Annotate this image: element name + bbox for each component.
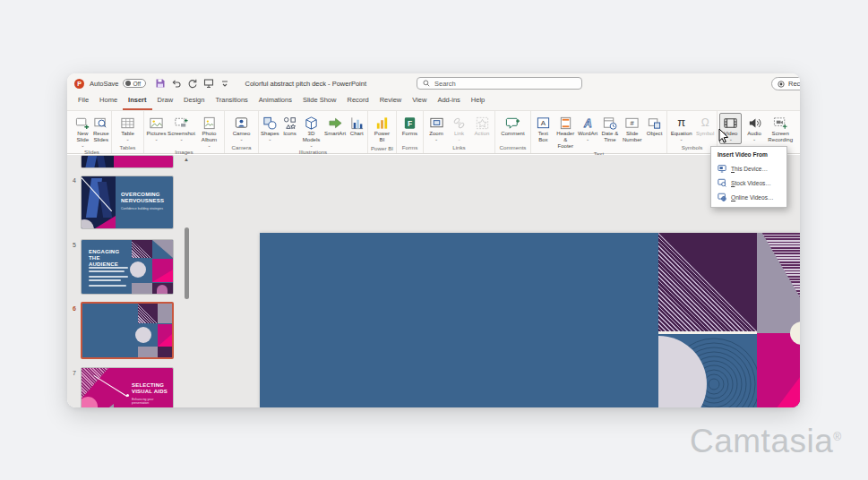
object-icon xyxy=(647,115,662,131)
wordart-icon: A xyxy=(580,115,596,131)
search-input[interactable]: Search xyxy=(417,77,582,90)
tab-view[interactable]: View xyxy=(407,92,432,110)
forms-icon: F xyxy=(402,115,417,131)
dropdown-arrow-icon: ⌄ xyxy=(752,137,756,141)
dropdown-arrow-icon: ⌄ xyxy=(125,137,129,141)
pictures-button[interactable]: Pictures ⌄ xyxy=(145,113,168,148)
tab-file[interactable]: File xyxy=(73,92,94,110)
tab-design[interactable]: Design xyxy=(178,92,210,110)
menu-item-stock-videos[interactable]: Stock Videos… xyxy=(711,176,786,190)
screen-recording-button[interactable]: Screen Recording xyxy=(767,113,795,144)
dropdown-arrow-icon: ⌄ xyxy=(239,137,243,141)
autosave-toggle[interactable]: Off xyxy=(123,79,146,88)
autosave-label: AutoSave xyxy=(90,80,119,88)
comment-button[interactable]: Comment xyxy=(499,113,527,143)
online-videos-icon xyxy=(718,193,726,201)
search-placeholder: Search xyxy=(434,80,456,88)
smartart-icon xyxy=(328,115,343,131)
3d-models-button[interactable]: 3D Models ⌄ xyxy=(299,113,323,148)
slide-number-5: 5 xyxy=(73,242,76,248)
table-button[interactable]: Table ⌄ xyxy=(116,113,139,143)
thumb-title: SELECTING VISUAL AIDS xyxy=(132,382,171,395)
slide-thumbnail-5[interactable]: ENGAGING THE AUDIENCE xyxy=(81,239,174,295)
pictures-icon xyxy=(149,115,164,131)
symbol-button: Ω Symbol xyxy=(694,113,716,143)
new-slide-button[interactable]: New Slide ⌄ xyxy=(73,113,92,148)
shapes-button[interactable]: Shapes ⌄ xyxy=(260,113,280,148)
photo-album-icon xyxy=(202,115,217,131)
text-box-button[interactable]: A Text Box xyxy=(532,113,554,150)
search-icon xyxy=(423,80,430,87)
forms-button[interactable]: F Forms xyxy=(399,113,421,143)
svg-text:A: A xyxy=(583,117,592,130)
record-button[interactable]: Record xyxy=(771,77,800,90)
dropdown-arrow-icon: ⌄ xyxy=(309,143,313,147)
present-from-beginning-icon[interactable] xyxy=(202,77,215,90)
powerpoint-window: P AutoSave Off Colorful abstract pitch d… xyxy=(67,73,800,407)
audio-icon xyxy=(747,115,762,131)
tab-help[interactable]: Help xyxy=(466,92,490,110)
link-icon xyxy=(451,115,467,131)
3d-models-icon xyxy=(304,115,319,131)
chart-button[interactable]: Chart xyxy=(347,113,366,148)
screenshot-button[interactable]: Screenshot ⌄ xyxy=(168,113,195,148)
menu-item-online-videos[interactable]: Online Videos… xyxy=(711,190,786,204)
link-button: Link ⌄ xyxy=(448,113,470,143)
svg-text:F: F xyxy=(408,118,412,127)
tab-add-ins[interactable]: Add-ins xyxy=(432,92,465,110)
undo-icon[interactable] xyxy=(170,77,183,90)
slide-thumbnail-4[interactable]: OVERCOMING NERVOUSNESS Confidence buildi… xyxy=(81,176,174,229)
tab-transitions[interactable]: Transitions xyxy=(210,92,253,110)
screen-recording-icon xyxy=(773,115,788,131)
thumb-title: OVERCOMING NERVOUSNESS xyxy=(121,192,171,204)
tab-slide-show[interactable]: Slide Show xyxy=(297,92,342,110)
tab-review[interactable]: Review xyxy=(374,92,408,110)
group-label-comments: Comments xyxy=(496,143,529,152)
cameo-button[interactable]: Cameo ⌄ xyxy=(230,113,253,143)
slide-number-4: 4 xyxy=(73,177,76,184)
dropdown-arrow-icon: ⌄ xyxy=(586,137,589,141)
dropdown-arrow-icon: ⌄ xyxy=(434,137,438,141)
wordart-button[interactable]: A WordArt ⌄ xyxy=(577,113,599,150)
tab-animations[interactable]: Animations xyxy=(254,92,297,110)
slide-thumbnail-6-selected[interactable] xyxy=(81,302,174,359)
customize-qat-icon[interactable] xyxy=(219,77,231,90)
new-slide-icon xyxy=(75,115,90,131)
panel-scrollbar[interactable] xyxy=(185,227,189,299)
icons-button[interactable]: Icons xyxy=(280,113,300,148)
group-label-symbols: Symbols xyxy=(668,143,716,152)
tab-home[interactable]: Home xyxy=(94,92,123,110)
smartart-button[interactable]: SmartArt xyxy=(323,113,348,148)
equation-button[interactable]: π Equation ⌄ xyxy=(668,113,694,143)
ribbon: New Slide ⌄ Reuse Slides Slides Table ⌄ … xyxy=(67,111,800,154)
group-illustrations: Shapes ⌄ Icons 3D Models ⌄ SmartArt xyxy=(259,111,368,153)
mouse-cursor xyxy=(718,128,730,148)
chart-icon xyxy=(349,115,365,131)
reuse-slides-button[interactable]: Reuse Slides xyxy=(92,113,111,148)
zoom-button[interactable]: Zoom ⌄ xyxy=(425,113,448,143)
slide-thumbnail-7[interactable]: SELECTING VISUAL AIDS Enhancing your pre… xyxy=(81,367,174,407)
insert-video-dropdown: Insert Video From This Device… Stock Vid… xyxy=(710,146,787,208)
workspace: ▲ 4 OVERCOM xyxy=(67,155,800,407)
dropdown-title: Insert Video From xyxy=(711,147,786,161)
group-label-tables: Tables xyxy=(113,143,142,152)
slide-canvas[interactable] xyxy=(260,233,800,407)
save-icon[interactable] xyxy=(154,77,167,90)
header-footer-button[interactable]: Header & Footer xyxy=(554,113,577,150)
date-time-button[interactable]: Date & Time xyxy=(598,113,621,150)
scroll-up-arrow[interactable]: ▲ xyxy=(184,157,189,162)
tab-record[interactable]: Record xyxy=(341,92,374,110)
power-bi-button[interactable]: Power BI xyxy=(371,113,393,144)
dropdown-arrow-icon: ⌄ xyxy=(81,143,84,147)
menu-item-this-device[interactable]: This Device… xyxy=(711,161,786,176)
slide-thumbnail-3-partial[interactable] xyxy=(81,155,174,168)
redo-icon[interactable] xyxy=(186,77,199,90)
tab-insert[interactable]: Insert xyxy=(123,92,151,110)
photo-album-button[interactable]: Photo Album ⌄ xyxy=(195,113,223,148)
tab-draw[interactable]: Draw xyxy=(152,92,179,110)
group-tables: Table ⌄ Tables xyxy=(112,111,144,153)
slide-thumbnail-panel: ▲ 4 OVERCOM xyxy=(67,155,194,407)
slide-number-button[interactable]: # Slide Number xyxy=(621,113,643,150)
audio-button[interactable]: Audio ⌄ xyxy=(743,113,766,144)
object-button[interactable]: Object xyxy=(643,113,666,150)
